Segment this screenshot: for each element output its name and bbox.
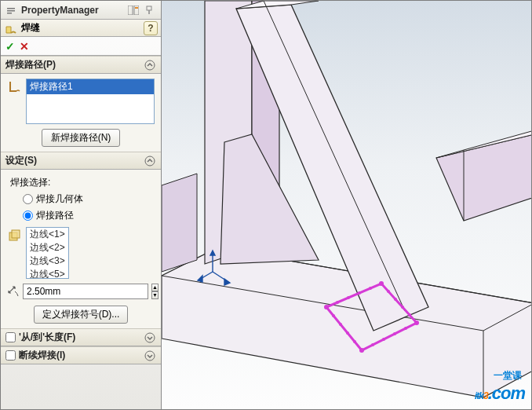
model-geometry [162, 1, 531, 409]
svg-point-41 [387, 290, 390, 293]
section-header-intermittent[interactable]: 断续焊接(I) [1, 347, 161, 364]
pm-flyout-icon[interactable] [4, 3, 18, 17]
define-weld-symbol-button[interactable]: 定义焊接符号(D)... [34, 306, 129, 324]
from-to-checkbox[interactable] [5, 332, 16, 342]
dimension-row: ▲ ▼ [7, 284, 155, 299]
svg-point-44 [408, 313, 411, 317]
svg-point-36 [336, 301, 339, 304]
svg-rect-5 [135, 7, 138, 9]
section-title: '从/到'长度(F) [19, 331, 144, 344]
svg-point-52 [346, 331, 349, 335]
help-button[interactable]: ? [144, 21, 158, 35]
watermark: itk3.com [475, 379, 525, 405]
section-header-weld-path[interactable]: 焊接路径(P) [1, 57, 161, 74]
list-item[interactable]: 焊接路径1 [27, 79, 154, 94]
svg-point-9 [145, 156, 155, 166]
dimension-input[interactable] [23, 284, 148, 299]
pm-header: PropertyManager [1, 1, 161, 20]
svg-rect-4 [134, 5, 139, 15]
list-item[interactable]: 边线<1> [27, 228, 68, 241]
section-intermittent: 断续焊接(I) [1, 346, 161, 364]
edge-listbox[interactable]: 边线<1> 边线<2> 边线<3> 边线<5> [26, 227, 69, 279]
radio-label: 焊接路径 [36, 209, 74, 222]
section-header-from-to[interactable]: '从/到'长度(F) [1, 329, 161, 346]
svg-point-47 [393, 332, 396, 335]
svg-point-54 [332, 314, 335, 317]
intermittent-checkbox[interactable] [5, 350, 16, 361]
section-title: 断续焊接(I) [19, 349, 144, 362]
svg-point-35 [324, 305, 329, 309]
pin-icon[interactable] [142, 3, 156, 17]
svg-point-46 [404, 327, 407, 330]
radio-weld-geometry[interactable]: 焊接几何体 [7, 191, 155, 207]
svg-rect-1 [7, 10, 15, 12]
radio-weld-path[interactable]: 焊接路径 [7, 207, 155, 224]
svg-point-38 [358, 291, 361, 295]
section-title: 焊接路径(P) [5, 58, 144, 71]
chevron-up-icon[interactable] [144, 59, 156, 71]
feature-title: 焊缝 [21, 21, 144, 35]
section-from-to: '从/到'长度(F) [1, 328, 161, 346]
svg-rect-3 [128, 5, 133, 15]
svg-point-45 [414, 320, 419, 325]
spin-down-icon[interactable]: ▼ [151, 291, 159, 299]
list-item[interactable]: 边线<2> [27, 241, 68, 254]
dimension-icon [7, 285, 20, 298]
svg-rect-6 [147, 6, 151, 10]
section-title: 设定(S) [5, 154, 144, 167]
dimension-spinner[interactable]: ▲ ▼ [151, 284, 159, 299]
new-weld-path-button[interactable]: 新焊接路径(N) [42, 129, 120, 147]
svg-marker-24 [162, 174, 197, 272]
ok-button[interactable]: ✓ [5, 40, 15, 53]
svg-point-40 [379, 281, 384, 286]
radio-input-geometry[interactable] [23, 194, 33, 204]
svg-rect-11 [12, 230, 20, 238]
chevron-up-icon[interactable] [144, 155, 156, 167]
cancel-button[interactable]: ✕ [20, 40, 29, 53]
chevron-down-icon[interactable] [144, 331, 156, 344]
svg-point-49 [371, 343, 374, 346]
svg-marker-19 [436, 134, 531, 221]
svg-point-13 [145, 351, 155, 361]
path-icon [7, 79, 23, 124]
list-item[interactable]: 边线<3> [27, 254, 68, 268]
selection-label: 焊接选择: [7, 174, 155, 191]
watermark-text-a: itk [475, 390, 483, 401]
watermark-text-c: .com [488, 383, 525, 403]
svg-point-8 [145, 60, 155, 70]
section-weld-path: 焊接路径(P) 焊接路径1 新焊接路径(N) [1, 56, 161, 152]
split-icon[interactable] [126, 3, 140, 17]
svg-point-53 [339, 323, 342, 326]
weld-bead-icon [4, 21, 18, 35]
svg-point-37 [347, 296, 350, 299]
list-item[interactable]: 边线<5> [27, 268, 68, 279]
svg-point-51 [353, 340, 356, 343]
feature-header: 焊缝 ? [1, 20, 161, 37]
property-manager-panel: PropertyManager 焊缝 ? ✓ ✕ 焊接路径(P) [1, 1, 162, 409]
radio-label: 焊接几何体 [36, 192, 83, 206]
svg-point-43 [401, 306, 404, 309]
spin-up-icon[interactable]: ▲ [151, 284, 159, 291]
chevron-down-icon[interactable] [144, 350, 156, 362]
section-settings: 设定(S) 焊接选择: 焊接几何体 焊接路径 边线<1> 边线<2 [1, 152, 161, 328]
graphics-viewport[interactable]: 一堂课 itk3.com [162, 1, 531, 409]
confirm-bar: ✓ ✕ [1, 37, 161, 56]
svg-rect-0 [7, 8, 15, 9]
pm-title: PropertyManager [20, 5, 126, 16]
section-header-settings[interactable]: 设定(S) [1, 152, 161, 170]
weld-path-listbox[interactable]: 焊接路径1 [26, 79, 155, 124]
svg-point-48 [382, 338, 385, 341]
svg-point-12 [145, 333, 155, 342]
svg-point-42 [394, 298, 397, 301]
svg-point-50 [359, 348, 364, 353]
svg-rect-2 [7, 13, 12, 14]
svg-point-39 [369, 287, 372, 290]
radio-input-path[interactable] [23, 210, 33, 221]
edge-icon [7, 227, 23, 279]
